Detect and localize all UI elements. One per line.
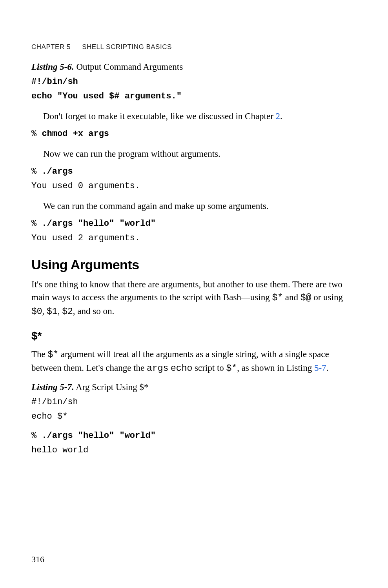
text: Don't forget to make it executable, like… [43, 111, 276, 121]
section-heading-using-arguments: Using Arguments [31, 257, 357, 272]
output: You used 2 arguments. [31, 232, 357, 245]
paragraph: It's one thing to know that there are ar… [31, 278, 357, 319]
text: The [31, 349, 48, 359]
inline-code: $2 [62, 307, 73, 317]
inline-code: args [147, 363, 168, 374]
paragraph: We can run the command again and make up… [31, 200, 357, 212]
text: or using [311, 292, 343, 302]
text: . [326, 363, 329, 373]
listing-5-7-caption: Listing 5-7. Arg Script Using $* [31, 382, 357, 392]
code-line: #!/bin/sh [31, 76, 357, 88]
command-block: % ./args "hello" "world" You used 2 argu… [31, 218, 357, 245]
listing-5-6-caption: Listing 5-6. Output Command Arguments [31, 62, 357, 72]
inline-code: echo [171, 363, 192, 374]
page-number: 316 [31, 554, 44, 564]
listing-label: Listing 5-6. [31, 62, 74, 72]
listing-5-6-code: #!/bin/sh echo "You used $# arguments." [31, 76, 357, 103]
listing-title: Arg Script Using $* [74, 382, 149, 392]
page: CHAPTER 5 SHELL SCRIPTING BASICS Listing… [0, 0, 388, 588]
shell-prompt: % [31, 219, 42, 229]
paragraph: The $* argument will treat all the argum… [31, 348, 357, 376]
text: , [42, 306, 47, 316]
chapter-label: CHAPTER 5 [31, 43, 71, 51]
listing-link[interactable]: 5-7 [314, 363, 326, 373]
text: , and so on. [73, 306, 114, 316]
inline-code: $1 [47, 307, 58, 317]
command: ./args [42, 167, 73, 176]
text: and [283, 292, 301, 302]
command-block: % ./args "hello" "world" hello world [31, 430, 357, 457]
subsection-heading-dollar-star: $* [31, 330, 357, 342]
inline-code: $* [272, 293, 283, 303]
text: script to [192, 363, 226, 373]
listing-5-7-code: #!/bin/sh echo $* [31, 396, 357, 423]
code-line: echo "You used $# arguments." [31, 91, 357, 103]
command-block: % chmod +x args [31, 128, 357, 140]
shell-prompt: % [31, 129, 42, 139]
inline-code: $* [226, 363, 237, 374]
chapter-title: SHELL SCRIPTING BASICS [82, 43, 172, 51]
command: ./args "hello" "world" [42, 431, 155, 441]
output: hello world [31, 445, 357, 457]
inline-code: $* [48, 350, 59, 360]
text: . [280, 111, 282, 121]
chapter-link[interactable]: 2 [276, 111, 281, 121]
command: ./args "hello" "world" [42, 219, 155, 229]
shell-prompt: % [31, 431, 42, 441]
command: chmod +x args [42, 129, 109, 139]
paragraph: Don't forget to make it executable, like… [31, 110, 357, 123]
running-header: CHAPTER 5 SHELL SCRIPTING BASICS [31, 43, 357, 51]
code-line: echo $* [31, 411, 357, 423]
command-block: % ./args You used 0 arguments. [31, 166, 357, 192]
inline-code: $0 [31, 307, 42, 317]
listing-label: Listing 5-7. [31, 382, 74, 392]
text: , [58, 306, 62, 316]
paragraph: Now we can run the program without argum… [31, 147, 357, 160]
inline-code: $@ [301, 293, 311, 303]
text: , as shown in Listing [237, 363, 314, 373]
listing-title: Output Command Arguments [74, 62, 183, 72]
output: You used 0 arguments. [31, 180, 357, 192]
code-line: #!/bin/sh [31, 396, 357, 408]
shell-prompt: % [31, 167, 42, 176]
